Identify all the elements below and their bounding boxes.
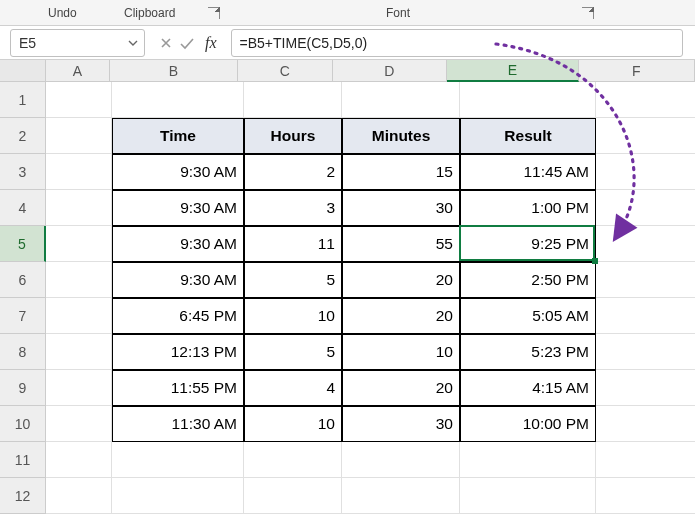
cell-hours[interactable]: 2 xyxy=(244,154,342,190)
cell[interactable] xyxy=(46,226,112,262)
row-header[interactable]: 9 xyxy=(0,370,46,406)
cell-result[interactable]: 5:23 PM xyxy=(460,334,596,370)
cell[interactable] xyxy=(596,190,695,226)
cell-result[interactable]: 4:15 AM xyxy=(460,370,596,406)
column-header[interactable]: E xyxy=(447,60,579,82)
cell-hours[interactable]: 5 xyxy=(244,262,342,298)
cell[interactable] xyxy=(596,82,695,118)
header-minutes[interactable]: Minutes xyxy=(342,118,460,154)
cell[interactable] xyxy=(46,154,112,190)
cell-result[interactable]: 9:25 PM xyxy=(460,226,596,262)
name-box[interactable]: E5 xyxy=(10,29,145,57)
cell-minutes[interactable]: 10 xyxy=(342,334,460,370)
cell[interactable] xyxy=(244,442,342,478)
header-time[interactable]: Time xyxy=(112,118,244,154)
cell[interactable] xyxy=(596,334,695,370)
cell-hours[interactable]: 3 xyxy=(244,190,342,226)
cell[interactable] xyxy=(46,190,112,226)
cell-time[interactable]: 11:30 AM xyxy=(112,406,244,442)
cell-minutes[interactable]: 20 xyxy=(342,262,460,298)
enter-icon[interactable] xyxy=(179,36,195,50)
cell-time[interactable]: 6:45 PM xyxy=(112,298,244,334)
cell-time[interactable]: 9:30 AM xyxy=(112,226,244,262)
column-header[interactable]: B xyxy=(110,60,238,82)
cell[interactable] xyxy=(46,298,112,334)
cell-result[interactable]: 1:00 PM xyxy=(460,190,596,226)
cell-time[interactable]: 9:30 AM xyxy=(112,154,244,190)
cell[interactable] xyxy=(46,370,112,406)
column-header[interactable]: F xyxy=(579,60,695,82)
cell[interactable] xyxy=(596,262,695,298)
cell[interactable] xyxy=(46,262,112,298)
cell[interactable] xyxy=(342,82,460,118)
cell[interactable] xyxy=(460,82,596,118)
cell-result[interactable]: 11:45 AM xyxy=(460,154,596,190)
cell-time[interactable]: 9:30 AM xyxy=(112,190,244,226)
cell[interactable] xyxy=(112,478,244,514)
column-header[interactable]: A xyxy=(46,60,110,82)
cell[interactable] xyxy=(46,478,112,514)
row-header[interactable]: 2 xyxy=(0,118,46,154)
cell-minutes[interactable]: 55 xyxy=(342,226,460,262)
cell[interactable] xyxy=(596,478,695,514)
cell-result[interactable]: 10:00 PM xyxy=(460,406,596,442)
cell[interactable] xyxy=(46,406,112,442)
fill-handle[interactable] xyxy=(592,258,598,264)
cell-minutes[interactable]: 20 xyxy=(342,370,460,406)
sheet-grid[interactable]: ABCDEF 123456789101112 TimeHoursMinutesR… xyxy=(0,60,695,526)
column-header[interactable]: C xyxy=(238,60,333,82)
cell-hours[interactable]: 10 xyxy=(244,298,342,334)
cell[interactable] xyxy=(112,442,244,478)
cell-minutes[interactable]: 30 xyxy=(342,190,460,226)
cell[interactable] xyxy=(460,442,596,478)
cell-hours[interactable]: 11 xyxy=(244,226,342,262)
cell[interactable] xyxy=(596,226,695,262)
cell[interactable] xyxy=(46,334,112,370)
dialog-launcher-icon[interactable] xyxy=(582,7,594,19)
cell[interactable] xyxy=(596,442,695,478)
cell[interactable] xyxy=(342,442,460,478)
row-header[interactable]: 8 xyxy=(0,334,46,370)
row-header[interactable]: 3 xyxy=(0,154,46,190)
row-header[interactable]: 5 xyxy=(0,226,46,262)
cell-minutes[interactable]: 30 xyxy=(342,406,460,442)
formula-bar-input[interactable]: =B5+TIME(C5,D5,0) xyxy=(231,29,683,57)
cell-hours[interactable]: 4 xyxy=(244,370,342,406)
cell[interactable] xyxy=(46,82,112,118)
row-header[interactable]: 10 xyxy=(0,406,46,442)
cell-minutes[interactable]: 15 xyxy=(342,154,460,190)
header-result[interactable]: Result xyxy=(460,118,596,154)
cancel-icon[interactable] xyxy=(159,36,173,50)
cell[interactable] xyxy=(596,370,695,406)
cell-result[interactable]: 5:05 AM xyxy=(460,298,596,334)
cells-area[interactable]: TimeHoursMinutesResult9:30 AM21511:45 AM… xyxy=(46,82,695,526)
cell[interactable] xyxy=(244,82,342,118)
cell[interactable] xyxy=(46,118,112,154)
cell[interactable] xyxy=(596,406,695,442)
cell[interactable] xyxy=(596,154,695,190)
fx-icon[interactable]: fx xyxy=(201,34,221,52)
cell-result[interactable]: 2:50 PM xyxy=(460,262,596,298)
cell-hours[interactable]: 5 xyxy=(244,334,342,370)
cell-hours[interactable]: 10 xyxy=(244,406,342,442)
cell-time[interactable]: 11:55 PM xyxy=(112,370,244,406)
chevron-down-icon[interactable] xyxy=(122,40,144,46)
cell[interactable] xyxy=(460,478,596,514)
header-hours[interactable]: Hours xyxy=(244,118,342,154)
row-header[interactable]: 7 xyxy=(0,298,46,334)
column-header[interactable]: D xyxy=(333,60,447,82)
row-header[interactable]: 1 xyxy=(0,82,46,118)
cell[interactable] xyxy=(112,82,244,118)
cell[interactable] xyxy=(46,442,112,478)
cell[interactable] xyxy=(596,298,695,334)
row-header[interactable]: 6 xyxy=(0,262,46,298)
dialog-launcher-icon[interactable] xyxy=(208,7,220,19)
cell[interactable] xyxy=(342,478,460,514)
cell-minutes[interactable]: 20 xyxy=(342,298,460,334)
cell[interactable] xyxy=(244,478,342,514)
cell-time[interactable]: 9:30 AM xyxy=(112,262,244,298)
row-header[interactable]: 12 xyxy=(0,478,46,514)
row-header[interactable]: 4 xyxy=(0,190,46,226)
cell[interactable] xyxy=(596,118,695,154)
select-all-corner[interactable] xyxy=(0,60,46,82)
